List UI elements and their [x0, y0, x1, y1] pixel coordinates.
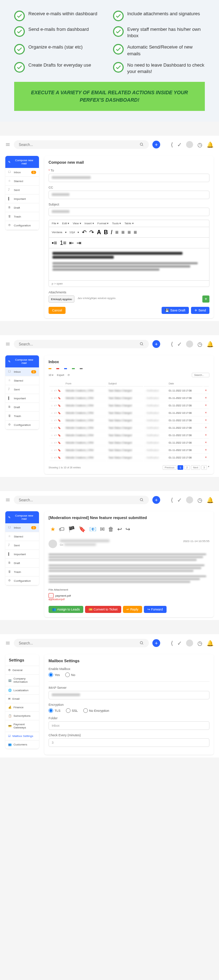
rich-editor[interactable]: File ▾Edit ▾View ▾Insert ▾Format ▾Tools …: [49, 220, 209, 287]
attachment-name[interactable]: payment.pdf: [55, 594, 71, 597]
table-row[interactable]: ☆🏷🔖Website Creations | CRMTask Status Ch…: [49, 417, 209, 424]
menu-format[interactable]: Format ▾: [97, 222, 109, 225]
compose-button[interactable]: ✎ Compose new mail: [5, 156, 39, 168]
clock-icon[interactable]: ◷: [197, 142, 202, 148]
folder-input[interactable]: [49, 721, 209, 730]
settings-item-mailbox settings[interactable]: ☑Mailbox Settings: [5, 732, 39, 740]
editor-toolbar[interactable]: Verdana▾ 12pt▾ ↶ ↷ A B I ≡ ≡ ≡ ≡: [49, 227, 209, 238]
imap-input[interactable]: [49, 691, 209, 699]
sidebar-item-inbox[interactable]: ☐Inbox3: [5, 523, 39, 532]
enc-none[interactable]: No Encryption: [83, 708, 110, 713]
flag-icon[interactable]: 🏴: [68, 526, 75, 533]
convert-button[interactable]: 🎫 Convert to Ticket: [85, 606, 121, 613]
color-icon[interactable]: A: [97, 229, 101, 235]
menu-icon[interactable]: [5, 498, 10, 503]
mail-closed-icon[interactable]: ✉: [100, 526, 105, 533]
reply-button[interactable]: ↩ Reply: [123, 606, 142, 613]
sidebar-item-configuration[interactable]: ⚙Configuration: [5, 221, 39, 230]
menu-file[interactable]: File ▾: [52, 222, 59, 225]
forward-icon[interactable]: ↪: [125, 526, 130, 533]
settings-item-finance[interactable]: 💰Finance: [5, 703, 39, 711]
editor-toolbar-2[interactable]: •≡ 1≡ ⇤ ⇥: [49, 238, 209, 248]
cancel-button[interactable]: Cancel: [49, 307, 65, 314]
table-row[interactable]: ☆🏷🔖Website Creations | CRMTask Status Ch…: [49, 410, 209, 416]
compose-button[interactable]: ✎ Compose new mail: [5, 511, 39, 523]
rows-select[interactable]: 10 ▾: [49, 374, 54, 377]
menu-insert[interactable]: Insert ▾: [85, 222, 94, 225]
bell-icon[interactable]: 🔔: [206, 142, 214, 148]
search-box[interactable]: [14, 140, 149, 149]
refresh-icon[interactable]: ⟳: [68, 374, 70, 377]
add-button[interactable]: +: [152, 340, 160, 348]
sidebar-item-inbox[interactable]: ☐Inbox3: [5, 368, 39, 376]
check-icon[interactable]: ✓: [177, 142, 182, 148]
check-input[interactable]: [49, 738, 209, 747]
align-right-icon[interactable]: ≡: [128, 229, 131, 235]
ul-icon[interactable]: •≡: [52, 240, 57, 246]
save-draft-button[interactable]: 💾 Save Draft: [162, 307, 189, 314]
table-row[interactable]: ☆🏷🔖Website Creations | CRMTask Status Ch…: [49, 395, 209, 401]
settings-item-general[interactable]: ⚙General: [5, 666, 39, 674]
size-select[interactable]: 12pt: [70, 231, 75, 234]
ol-icon[interactable]: 1≡: [60, 240, 66, 246]
table-row[interactable]: ☆🏷🔖Website Creations | CRMTask Status Ch…: [49, 447, 209, 453]
enc-tls[interactable]: TLS: [49, 708, 60, 713]
sidebar-item-trash[interactable]: 🗑Trash: [5, 412, 39, 420]
sidebar-item-sent[interactable]: ⤴Sent: [5, 186, 39, 194]
settings-item-email[interactable]: ✉Email: [5, 694, 39, 703]
share-icon[interactable]: ⟨: [171, 142, 173, 148]
indent-icon[interactable]: ⇥: [76, 240, 81, 246]
enable-yes[interactable]: Yes: [49, 673, 60, 677]
table-search[interactable]: [192, 373, 209, 377]
search-box[interactable]: [14, 340, 149, 348]
align-justify-icon[interactable]: ≡: [133, 229, 137, 235]
menu-edit[interactable]: Edit ▾: [62, 222, 69, 225]
sidebar-item-trash[interactable]: 🗑Trash: [5, 212, 39, 221]
category-tabs[interactable]: [49, 368, 209, 369]
italic-icon[interactable]: I: [111, 229, 112, 235]
sidebar-item-starred[interactable]: ☆Starred: [5, 532, 39, 541]
font-select[interactable]: Verdana: [52, 231, 62, 234]
sidebar-item-starred[interactable]: ☆Starred: [5, 376, 39, 385]
sidebar-item-draft[interactable]: 🗎Draft: [5, 403, 39, 412]
sidebar-item-starred[interactable]: ☆Starred: [5, 177, 39, 186]
sidebar-item-important[interactable]: ▌Important: [5, 194, 39, 204]
trash-icon[interactable]: 🗑: [108, 526, 114, 533]
sidebar-item-sent[interactable]: ⤴Sent: [5, 385, 39, 394]
send-button[interactable]: ✈ Send: [191, 307, 209, 314]
to-input[interactable]: [49, 173, 209, 182]
table-row[interactable]: ☆🏷🔖Website Creations | CRMTask Status Ch…: [49, 454, 209, 461]
page-3[interactable]: 3: [201, 465, 207, 470]
forward-button[interactable]: ↪ Forward: [144, 606, 167, 613]
add-attachment-button[interactable]: +: [202, 296, 209, 302]
menu-table[interactable]: Table ▾: [124, 222, 133, 225]
cc-input[interactable]: [49, 191, 209, 199]
settings-item-subscriptions[interactable]: 📋Subscriptions: [5, 711, 39, 720]
menu-tools[interactable]: Tools ▾: [112, 222, 121, 225]
menu-icon[interactable]: [5, 342, 10, 347]
sidebar-item-draft[interactable]: 🗎Draft: [5, 204, 39, 212]
table-row[interactable]: ☆🏷🔖Website Creations | CRMTask Status Ch…: [49, 387, 209, 394]
redo-icon[interactable]: ↷: [89, 229, 94, 235]
sidebar-item-draft[interactable]: 🗎Draft: [5, 559, 39, 568]
table-row[interactable]: ☆🏷🔖Website Creations | CRMTask Status Ch…: [49, 402, 209, 409]
search-input[interactable]: [19, 143, 140, 147]
compose-button[interactable]: ✎ Compose new mail: [5, 355, 39, 368]
export-button[interactable]: Export: [57, 374, 64, 376]
page-1[interactable]: 1: [178, 465, 183, 470]
sidebar-item-important[interactable]: ▌Important: [5, 550, 39, 559]
add-button[interactable]: +: [152, 141, 160, 148]
menu-view[interactable]: View ▾: [73, 222, 81, 225]
sidebar-item-sent[interactable]: ⤴Sent: [5, 541, 39, 550]
star-icon[interactable]: ★: [50, 526, 55, 533]
sidebar-item-configuration[interactable]: ⚙Configuration: [5, 420, 39, 430]
bold-icon[interactable]: B: [104, 229, 108, 235]
menu-icon[interactable]: [5, 142, 10, 147]
sidebar-item-inbox[interactable]: ☐Inbox3: [5, 168, 39, 177]
mail-open-icon[interactable]: 📧: [89, 526, 97, 533]
sidebar-item-important[interactable]: ▌Important: [5, 394, 39, 403]
enc-ssl[interactable]: SSL: [66, 708, 78, 713]
settings-item-localization[interactable]: 🌐Localization: [5, 686, 39, 694]
reply-icon[interactable]: ↩: [117, 526, 122, 533]
undo-icon[interactable]: ↶: [82, 229, 86, 235]
